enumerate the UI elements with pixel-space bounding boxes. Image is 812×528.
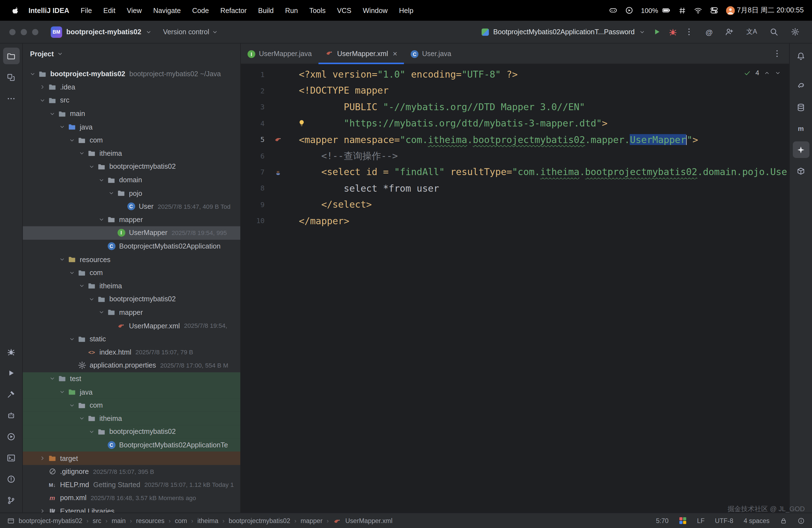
breadcrumb-item-mapper[interactable]: mapper — [301, 517, 322, 524]
mybatis-gutter-icon[interactable] — [265, 135, 292, 144]
debug-tool-button[interactable] — [3, 343, 19, 360]
menu-vcs[interactable]: VCS — [331, 6, 357, 14]
notifications-button[interactable] — [793, 48, 809, 64]
chevron-down-icon[interactable] — [57, 256, 67, 263]
tree-item-help.md[interactable]: M↓HELP.mdGetting Started2025/7/8 15:07, … — [23, 478, 241, 491]
plugin-grid-button[interactable] — [679, 517, 686, 524]
info-button[interactable] — [798, 517, 805, 524]
menu-help[interactable]: Help — [393, 6, 419, 14]
chevron-down-icon[interactable] — [77, 150, 86, 157]
tree-item-application.properties[interactable]: application.properties2025/7/8 17:00, 55… — [23, 359, 241, 372]
more-tool-windows-button[interactable] — [3, 90, 19, 107]
tree-item-bootprojectmybatis02[interactable]: bootprojectmybatis02 — [23, 425, 241, 438]
java-gutter-icon[interactable] — [265, 168, 292, 176]
tree-item-itheima[interactable]: itheima — [23, 279, 241, 293]
tree-item-com[interactable]: com — [23, 266, 241, 279]
breadcrumb-item-bootprojectmybatis02[interactable]: bootprojectmybatis02 — [229, 517, 290, 524]
gradle-tool-button[interactable] — [793, 78, 809, 94]
chevron-down-icon[interactable] — [68, 402, 77, 408]
tree-item-bootprojectmybatis02[interactable]: bootprojectmybatis02 — [23, 293, 241, 306]
tab-usermapper.xml[interactable]: UserMapper.xml× — [318, 44, 404, 64]
menu-run[interactable]: Run — [279, 6, 304, 14]
more-actions-icon[interactable] — [684, 27, 693, 36]
tree-item-index.html[interactable]: <>index.html2025/7/8 15:07, 79 B — [23, 346, 241, 359]
menu-file[interactable]: File — [75, 6, 98, 14]
profiler-tool-button[interactable] — [3, 407, 19, 424]
chevron-down-icon[interactable] — [68, 336, 77, 342]
tree-item-itheima[interactable]: itheima — [23, 412, 241, 425]
ai-assistant-tool-button[interactable] — [793, 142, 809, 158]
menu-build[interactable]: Build — [252, 6, 279, 14]
readonly-lock-button[interactable] — [780, 517, 787, 524]
chevron-down-icon[interactable] — [97, 177, 106, 183]
translate-icon[interactable]: 文A — [746, 27, 757, 36]
project-panel-header[interactable]: Project — [23, 44, 241, 64]
menu-tools[interactable]: Tools — [304, 6, 331, 14]
close-window-button[interactable] — [10, 29, 16, 35]
menu-view[interactable]: View — [121, 6, 147, 14]
apple-menu-icon[interactable] — [11, 6, 19, 15]
tree-item-src[interactable]: src — [23, 94, 241, 107]
tree-item-test[interactable]: test — [23, 372, 241, 385]
maven-tool-button[interactable]: m — [793, 120, 809, 137]
tree-item-static[interactable]: static — [23, 333, 241, 346]
chevron-down-icon[interactable] — [87, 429, 97, 435]
chevron-down-icon[interactable] — [77, 283, 86, 289]
tree-item-java[interactable]: java — [23, 385, 241, 398]
chevron-down-icon[interactable] — [97, 217, 106, 223]
chevron-down-icon[interactable] — [68, 137, 77, 143]
breadcrumb-item-src[interactable]: src — [93, 517, 101, 524]
tree-item-itheima[interactable]: itheima — [23, 147, 241, 160]
settings-icon[interactable] — [791, 27, 800, 36]
encoding[interactable]: UTF-8 — [715, 517, 733, 524]
tree-item-resources[interactable]: resources — [23, 253, 241, 266]
structure-tool-button[interactable] — [3, 69, 19, 85]
ime-pill-icon[interactable] — [609, 6, 617, 15]
chevron-down-icon[interactable] — [106, 190, 116, 196]
screen-record-icon[interactable] — [625, 6, 633, 15]
version-control-tool-button[interactable] — [3, 492, 19, 509]
chevron-up-icon[interactable] — [764, 70, 770, 76]
menu-window[interactable]: Window — [357, 6, 393, 14]
project-tool-button[interactable] — [3, 48, 19, 64]
user-avatar[interactable] — [726, 6, 735, 15]
tree-item-.gitignore[interactable]: .gitignore2025/7/8 15:07, 395 B — [23, 465, 241, 478]
chevron-right-icon[interactable] — [38, 84, 47, 90]
battery-icon[interactable] — [662, 6, 671, 15]
tree-item-external-libraries[interactable]: External Libraries — [23, 504, 241, 513]
tree-item-bootproject-mybatis02[interactable]: bootproject-mybatis02bootproject-mybatis… — [23, 68, 241, 80]
chevron-down-icon[interactable] — [77, 415, 86, 422]
close-tab-icon[interactable]: × — [393, 50, 397, 57]
chevron-down-icon[interactable] — [28, 71, 37, 77]
tree-item-pojo[interactable]: pojo — [23, 187, 241, 200]
database-tool-button[interactable] — [793, 99, 809, 115]
search-everywhere-icon[interactable] — [769, 27, 778, 36]
control-center-icon[interactable] — [710, 6, 718, 15]
ai-chat-icon[interactable]: @ — [706, 28, 713, 36]
chevron-right-icon[interactable] — [38, 455, 47, 461]
code-with-me-icon[interactable] — [725, 27, 734, 36]
terminal-tool-button[interactable] — [3, 450, 19, 466]
tree-item-com[interactable]: com — [23, 398, 241, 412]
menu-refactor[interactable]: Refactor — [215, 6, 252, 14]
chevron-down-icon[interactable] — [57, 389, 67, 395]
chevron-down-icon[interactable] — [87, 296, 97, 303]
wifi-icon[interactable] — [694, 6, 702, 15]
tree-item-java[interactable]: java — [23, 120, 241, 134]
tree-item-mapper[interactable]: mapper — [23, 213, 241, 226]
chevron-down-icon[interactable] — [97, 309, 106, 316]
project-widget[interactable]: BM bootproject-mybatis02 — [47, 24, 156, 40]
breadcrumb-item-com[interactable]: com — [175, 517, 187, 524]
run-button[interactable] — [652, 27, 661, 36]
problems-tool-button[interactable] — [3, 471, 19, 487]
chevron-down-icon[interactable] — [775, 70, 781, 76]
cursor-position[interactable]: 5:70 — [656, 517, 669, 524]
tab-user.java[interactable]: CUser.java — [404, 44, 458, 64]
zoom-window-button[interactable] — [32, 29, 39, 35]
build-tool-button[interactable] — [3, 386, 19, 402]
tree-item-pom.xml[interactable]: mpom.xml2025/7/8 16:48, 3.57 kB Moments … — [23, 491, 241, 504]
breadcrumb-item-main[interactable]: main — [112, 517, 126, 524]
inspections-widget[interactable]: 4 — [743, 69, 781, 76]
tree-item-usermapper[interactable]: IUserMapper2025/7/8 19:54, 995 — [23, 226, 241, 240]
tree-item-target[interactable]: target — [23, 452, 241, 465]
